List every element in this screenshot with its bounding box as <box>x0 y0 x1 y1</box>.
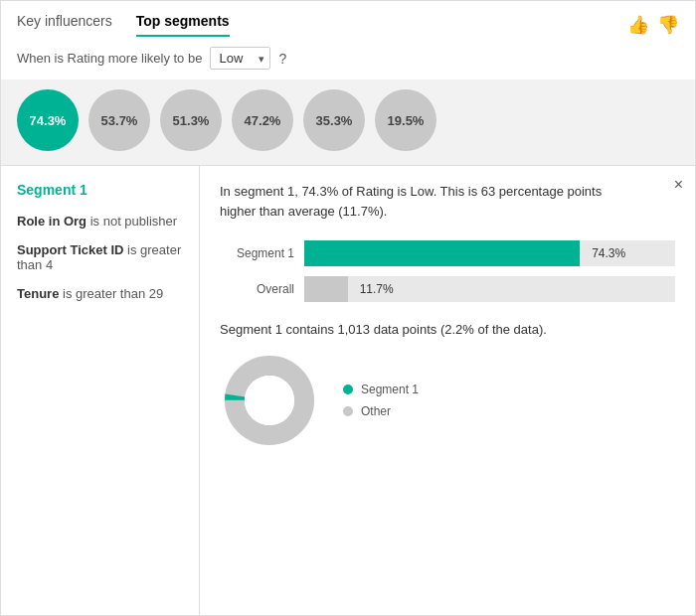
tabs: Key influencers Top segments <box>17 13 230 37</box>
bar-container-segment1: 74.3% <box>304 240 675 266</box>
segment-bubble-1[interactable]: 53.7% <box>88 89 150 151</box>
donut-section: Segment 1 contains 1,013 data points (2.… <box>220 322 675 450</box>
bar-label-overall: Overall <box>220 282 294 296</box>
legend-item-segment1: Segment 1 <box>343 383 419 396</box>
main-container: Key influencers Top segments 👍 👎 When is… <box>0 0 696 616</box>
bar-value-segment1: 74.3% <box>592 246 625 260</box>
thumbdown-icon[interactable]: 👎 <box>657 14 679 36</box>
help-icon[interactable]: ? <box>278 51 286 67</box>
right-panel: × In segment 1, 74.3% of Rating is Low. … <box>200 166 695 615</box>
segment-bubble-5[interactable]: 19.5% <box>375 89 436 151</box>
rating-dropdown[interactable]: Low High <box>210 47 270 70</box>
content-area: Segment 1 Role in Org is not publisher S… <box>1 165 695 615</box>
condition-tenure-desc: is greater than 29 <box>63 286 163 301</box>
thumbup-icon[interactable]: 👍 <box>627 14 649 36</box>
svg-point-2 <box>245 376 294 425</box>
bar-row-overall: Overall 11.7% <box>220 276 675 302</box>
segments-row: 74.3% 53.7% 51.3% 47.2% 35.3% 19.5% <box>1 79 695 165</box>
bar-chart: Segment 1 74.3% Overall 11.7% <box>220 240 675 302</box>
bar-fill-overall <box>304 276 348 302</box>
tab-top-segments[interactable]: Top segments <box>136 13 230 37</box>
tabs-row: Key influencers Top segments 👍 👎 <box>1 1 695 37</box>
bar-fill-segment1 <box>304 240 580 266</box>
legend-dot-other <box>343 406 353 416</box>
segment-bubble-3[interactable]: 47.2% <box>232 89 293 151</box>
condition-support-ticket: Support Ticket ID is greater than 4 <box>17 242 183 272</box>
bar-container-overall: 11.7% <box>304 276 675 302</box>
donut-chart <box>220 351 319 450</box>
segment-bubble-2[interactable]: 51.3% <box>160 89 222 151</box>
segment-title: Segment 1 <box>17 182 183 198</box>
segment-bubble-0[interactable]: 74.3% <box>17 89 79 151</box>
segment-description: In segment 1, 74.3% of Rating is Low. Th… <box>220 182 637 221</box>
donut-description: Segment 1 contains 1,013 data points (2.… <box>220 322 675 337</box>
tab-key-influencers[interactable]: Key influencers <box>17 13 112 37</box>
condition-tenure: Tenure is greater than 29 <box>17 286 183 301</box>
bar-value-overall: 11.7% <box>360 282 394 296</box>
legend-dot-segment1 <box>343 385 353 394</box>
condition-role-in-org: Role in Org is not publisher <box>17 214 183 229</box>
donut-wrapper: Segment 1 Other <box>220 351 675 450</box>
bar-row-segment1: Segment 1 74.3% <box>220 240 675 266</box>
left-panel: Segment 1 Role in Org is not publisher S… <box>1 166 200 615</box>
field-role-in-org: Role in Org <box>17 214 87 229</box>
segment-bubble-4[interactable]: 35.3% <box>303 89 365 151</box>
legend-label-other: Other <box>361 404 391 418</box>
bar-label-segment1: Segment 1 <box>220 246 294 260</box>
rating-row: When is Rating more likely to be Low Hig… <box>1 37 695 79</box>
legend-item-other: Other <box>343 404 419 418</box>
field-support-ticket: Support Ticket ID <box>17 242 123 257</box>
close-button[interactable]: × <box>674 176 683 194</box>
chart-legend: Segment 1 Other <box>343 383 419 418</box>
condition-role-in-org-desc: is not publisher <box>90 214 177 229</box>
legend-label-segment1: Segment 1 <box>361 383 419 396</box>
rating-dropdown-wrapper[interactable]: Low High <box>210 47 270 70</box>
field-tenure: Tenure <box>17 286 59 301</box>
rating-label: When is Rating more likely to be <box>17 51 202 66</box>
tab-icons: 👍 👎 <box>627 14 679 36</box>
